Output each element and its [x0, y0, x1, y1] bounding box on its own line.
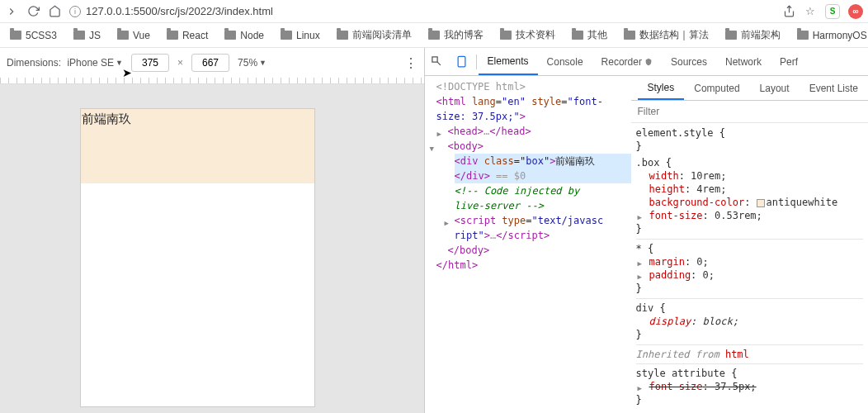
folder-icon	[624, 31, 635, 40]
zoom-select[interactable]: 75% ▼	[238, 57, 267, 69]
ruler	[0, 78, 424, 84]
inspect-icon[interactable]	[425, 55, 450, 68]
tab-console[interactable]: Console	[538, 48, 592, 75]
tab-recorder[interactable]: Recorder	[592, 48, 662, 75]
tab-elements[interactable]: Elements	[479, 48, 538, 75]
folder-icon	[572, 31, 583, 40]
folder-icon	[428, 31, 440, 40]
times-icon: ×	[177, 57, 183, 69]
emulated-viewport: 前端南玖	[81, 109, 314, 406]
bookmark-item[interactable]: 前端架构	[719, 26, 787, 44]
url-text: 127.0.0.1:5500/src/js/2022/3/index.html	[86, 5, 273, 17]
extension-s-icon[interactable]: S	[825, 4, 840, 19]
bookmarks-bar: 5CSS3JSVueReactNodeLinux前端阅读清单我的博客技术资料其他…	[0, 23, 868, 48]
bookmark-item[interactable]: HarmonyOS	[790, 28, 868, 43]
folder-icon	[224, 31, 236, 40]
height-input[interactable]	[191, 54, 229, 72]
folder-icon	[725, 31, 737, 40]
folder-icon	[797, 31, 809, 40]
home-icon[interactable]	[48, 5, 61, 18]
folder-icon	[281, 31, 292, 40]
extension-o-icon[interactable]: ∞	[848, 4, 863, 19]
svg-rect-2	[458, 56, 465, 67]
more-vert-icon[interactable]: ⋮	[404, 55, 417, 71]
bookmark-item[interactable]: 我的博客	[422, 26, 490, 44]
folder-icon	[10, 31, 21, 40]
tab-eventlisteners[interactable]: Event Liste	[800, 76, 868, 100]
width-input[interactable]	[131, 54, 169, 72]
bookmark-item[interactable]: React	[160, 28, 215, 43]
folder-icon	[500, 31, 512, 40]
bookmark-item[interactable]: Vue	[111, 28, 157, 43]
info-icon: i	[69, 6, 81, 17]
bookmark-item[interactable]: Node	[218, 28, 271, 43]
star-icon[interactable]: ☆	[804, 5, 817, 18]
share-icon[interactable]	[782, 5, 795, 18]
color-swatch-icon[interactable]	[757, 199, 765, 207]
url-bar[interactable]: i 127.0.0.1:5500/src/js/2022/3/index.htm…	[69, 5, 273, 17]
forward-icon[interactable]	[5, 5, 18, 18]
tab-sources[interactable]: Sources	[662, 48, 716, 75]
tab-performance[interactable]: Perf	[771, 48, 807, 75]
folder-icon	[167, 31, 178, 40]
dom-tree[interactable]: <!DOCTYPE html> <html lang="en" style="f…	[425, 76, 631, 413]
device-select[interactable]: Dimensions: iPhone SE ▼	[7, 57, 123, 69]
bookmark-item[interactable]: 前端阅读清单	[330, 26, 418, 44]
tab-styles[interactable]: Styles	[638, 76, 685, 100]
device-toggle-icon[interactable]	[450, 55, 474, 68]
bookmark-item[interactable]: 其他	[565, 26, 614, 44]
tab-network[interactable]: Network	[716, 48, 771, 75]
folder-icon	[117, 31, 129, 40]
tab-computed[interactable]: Computed	[684, 76, 749, 100]
tab-layout[interactable]: Layout	[750, 76, 800, 100]
svg-rect-1	[432, 57, 437, 62]
bookmark-item[interactable]: Linux	[274, 28, 327, 43]
bookmark-item[interactable]: 5CSS3	[3, 28, 64, 43]
reload-icon[interactable]	[26, 5, 40, 18]
bookmark-item[interactable]: 数据结构｜算法	[617, 26, 715, 44]
filter-input[interactable]	[631, 101, 868, 122]
chevron-down-icon: ▼	[116, 59, 123, 67]
bookmark-item[interactable]: JS	[67, 28, 107, 43]
bookmark-item[interactable]: 技术资料	[493, 26, 562, 44]
folder-icon	[337, 31, 348, 40]
chevron-down-icon: ▼	[259, 59, 267, 67]
box-element: 前端南玖	[81, 109, 314, 183]
folder-icon	[73, 31, 85, 40]
